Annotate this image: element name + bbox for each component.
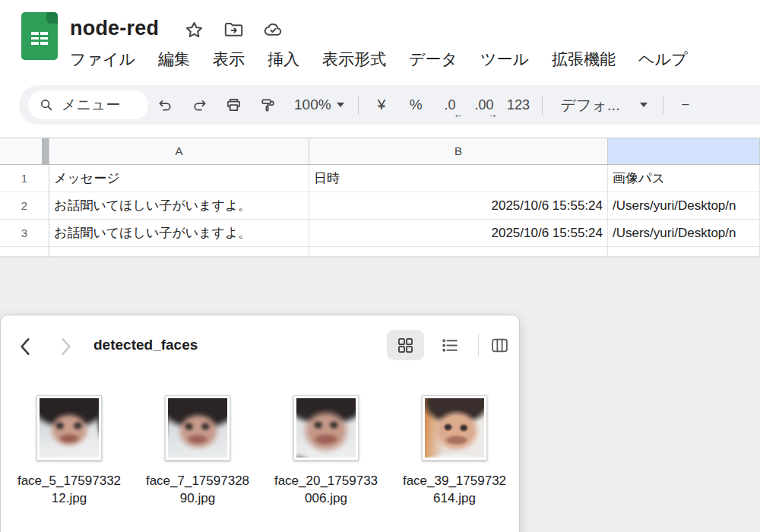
face-thumbnail[interactable] xyxy=(422,395,487,461)
face-thumbnail[interactable] xyxy=(293,395,359,461)
undo-button[interactable] xyxy=(148,88,182,122)
cloud-check-icon[interactable] xyxy=(263,20,283,40)
file-item[interactable]: face_20_1759733 006.jpg xyxy=(265,395,387,507)
font-value: デフォ... xyxy=(561,95,620,116)
caret-down-icon xyxy=(337,103,344,107)
cell-a4[interactable] xyxy=(49,247,309,257)
star-icon[interactable] xyxy=(184,20,204,40)
row-header-1[interactable]: 1 xyxy=(0,165,49,192)
view-divider xyxy=(478,334,479,356)
zoom-control[interactable]: 100% xyxy=(287,97,352,113)
file-item[interactable]: face_39_1759732 614.jpg xyxy=(394,395,515,507)
list-view-button[interactable] xyxy=(440,336,460,355)
cell-b2[interactable]: 2025/10/6 15:55:24 xyxy=(309,192,608,220)
menu-extensions[interactable]: 拡張機能 xyxy=(550,49,617,70)
cell-a1[interactable]: メッセージ xyxy=(49,165,309,192)
menu-bar: ファイル 編集 表示 挿入 表示形式 データ ツール 拡張機能 ヘルプ xyxy=(68,49,689,70)
menu-file[interactable]: ファイル xyxy=(68,49,137,70)
sheets-toolbar: メニュー xyxy=(19,85,760,125)
sheets-logo-icon[interactable] xyxy=(21,12,58,60)
file-name: face_5_17597332 12.jpg xyxy=(8,472,130,507)
row-header-3[interactable]: 3 xyxy=(0,220,49,247)
paint-format-button[interactable] xyxy=(251,88,285,122)
logo-fold xyxy=(46,12,58,24)
menu-edit[interactable]: 編集 xyxy=(157,49,192,70)
menu-help[interactable]: ヘルプ xyxy=(637,49,689,70)
file-name: face_7_17597328 90.jpg xyxy=(137,472,258,507)
google-sheets-window: node-red ファイル 編集 表示 挿入 表示形式 データ ツール 拡張機能… xyxy=(0,0,760,257)
column-view-button[interactable] xyxy=(490,336,509,355)
print-icon xyxy=(225,97,242,114)
grid-view-button[interactable] xyxy=(387,330,424,360)
file-name: face_39_1759732 614.jpg xyxy=(394,472,515,507)
cell-c2[interactable]: /Users/yuri/Desktop/n xyxy=(608,192,760,220)
redo-icon xyxy=(191,97,208,114)
spreadsheet-grid: A B 1 メッセージ 日時 画像パス 2 お話聞いてほしい子がいますよ。 20… xyxy=(0,138,760,257)
file-item[interactable]: face_7_17597328 90.jpg xyxy=(137,395,258,507)
column-header-c[interactable] xyxy=(608,138,760,165)
currency-format-button[interactable]: ¥ xyxy=(365,88,399,122)
paint-format-icon xyxy=(259,97,277,114)
forward-button[interactable] xyxy=(55,336,75,357)
finder-folder-title: detected_faces xyxy=(93,337,198,353)
sheet-row-2: 2 お話聞いてほしい子がいますよ。 2025/10/6 15:55:24 /Us… xyxy=(0,192,760,220)
font-select[interactable]: デフォ... xyxy=(552,95,657,116)
undo-icon xyxy=(157,97,174,114)
finder-window: detected_faces xyxy=(0,315,520,532)
sheet-row-1: 1 メッセージ 日時 画像パス xyxy=(0,165,760,192)
row-header-4[interactable]: 4 xyxy=(0,247,49,257)
menu-tools[interactable]: ツール xyxy=(479,49,530,70)
decrease-decimal-button[interactable]: .0 ← xyxy=(433,88,467,122)
face-thumbnail[interactable] xyxy=(36,395,102,461)
search-label: メニュー xyxy=(62,95,120,115)
list-view-icon xyxy=(440,336,460,355)
menu-view[interactable]: 表示 xyxy=(211,49,246,70)
menu-insert[interactable]: 挿入 xyxy=(266,49,301,70)
logo-grid xyxy=(30,30,49,46)
zoom-value: 100% xyxy=(294,97,331,113)
arrow-right-icon: → xyxy=(488,109,498,119)
column-header-b[interactable]: B xyxy=(309,138,608,165)
search-icon xyxy=(38,97,55,113)
corner-handle xyxy=(42,138,49,164)
screen: node-red ファイル 編集 表示 挿入 表示形式 データ ツール 拡張機能… xyxy=(0,0,760,532)
toolbar-divider xyxy=(358,95,359,115)
redo-button[interactable] xyxy=(182,88,217,122)
move-folder-icon[interactable] xyxy=(223,20,244,40)
back-button[interactable] xyxy=(16,336,36,357)
toolbar-divider xyxy=(542,95,543,115)
cell-c1[interactable]: 画像パス xyxy=(608,165,760,192)
face-thumbnail[interactable] xyxy=(165,395,230,461)
menu-data[interactable]: データ xyxy=(407,49,459,70)
column-header-row: A B xyxy=(0,138,760,165)
toolbar-divider xyxy=(663,95,663,115)
decrease-font-size-button[interactable]: − xyxy=(670,88,701,122)
sheet-row-4: 4 xyxy=(0,247,760,257)
caret-down-icon xyxy=(640,103,648,107)
cell-b3[interactable]: 2025/10/6 15:55:24 xyxy=(309,220,608,247)
row-header-2[interactable]: 2 xyxy=(0,192,49,220)
menu-search-field[interactable]: メニュー xyxy=(28,90,148,119)
menu-format[interactable]: 表示形式 xyxy=(321,49,388,70)
increase-decimal-button[interactable]: .00 → xyxy=(467,88,502,122)
file-item[interactable]: face_5_17597332 12.jpg xyxy=(8,395,130,507)
cell-a3[interactable]: お話聞いてほしい子がいますよ。 xyxy=(49,220,309,247)
cell-c3[interactable]: /Users/yuri/Desktop/n xyxy=(608,220,760,247)
percent-format-button[interactable]: % xyxy=(399,88,433,122)
column-view-icon xyxy=(490,336,509,355)
sheet-row-3: 3 お話聞いてほしい子がいますよ。 2025/10/6 15:55:24 /Us… xyxy=(0,220,760,247)
cell-a2[interactable]: お話聞いてほしい子がいますよ。 xyxy=(49,192,309,220)
select-all-corner[interactable] xyxy=(0,138,49,165)
more-formats-button[interactable]: 123 xyxy=(502,88,536,122)
file-name: face_20_1759733 006.jpg xyxy=(265,472,387,507)
column-header-a[interactable]: A xyxy=(49,138,309,165)
cell-b4[interactable] xyxy=(309,247,608,257)
document-title[interactable]: node-red xyxy=(70,17,159,40)
cell-c4[interactable] xyxy=(608,247,760,257)
grid-view-icon xyxy=(396,336,415,355)
print-button[interactable] xyxy=(217,88,251,122)
arrow-left-icon: ← xyxy=(454,109,464,119)
cell-b1[interactable]: 日時 xyxy=(309,165,608,192)
